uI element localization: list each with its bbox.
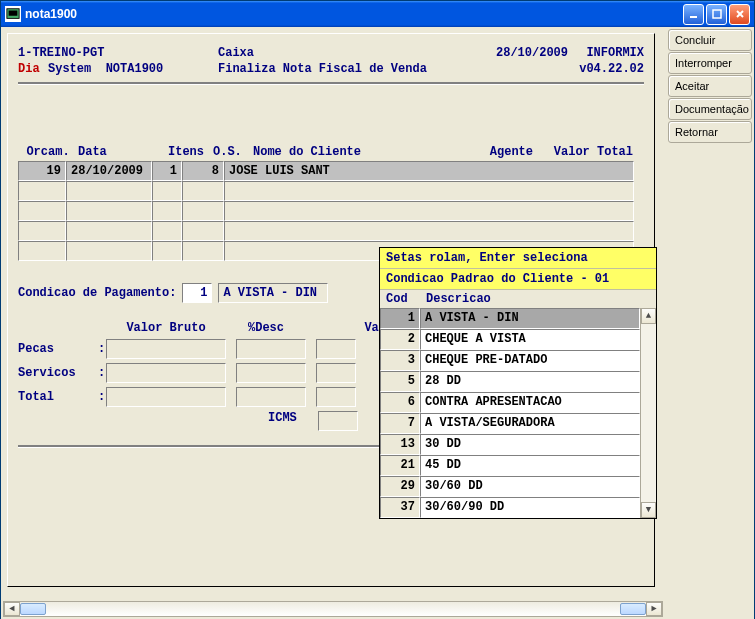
header-dia: Dia [18, 62, 48, 76]
table-row[interactable] [18, 201, 644, 221]
icms-field[interactable] [318, 411, 358, 431]
popup-option[interactable]: 2CHEQUE A VISTA [380, 329, 640, 350]
scroll-down-button[interactable]: ▼ [641, 502, 656, 518]
retornar-button[interactable]: Retornar [668, 121, 752, 143]
condicao-desc-field: A VISTA - DIN [218, 283, 328, 303]
orders-grid[interactable]: 19 28/10/2009 1 8 JOSE LUIS SANT [18, 161, 644, 261]
main-panel: 1-TREINO-PGT Caixa 28/10/2009 INFORMIX D… [1, 27, 665, 600]
titlebar[interactable]: nota1900 [1, 1, 754, 27]
pecas-desc-field[interactable] [236, 339, 306, 359]
svg-rect-1 [9, 11, 18, 16]
aceitar-button[interactable]: Aceitar [668, 75, 752, 97]
maximize-button[interactable] [706, 4, 727, 25]
total-bruto-field [106, 387, 226, 407]
popup-hint: Setas rolam, Enter seleciona [380, 248, 656, 269]
table-row[interactable] [18, 181, 644, 201]
header-db: INFORMIX [568, 46, 644, 60]
svg-rect-2 [690, 16, 697, 18]
condicao-lookup-popup: Setas rolam, Enter seleciona Condicao Pa… [379, 247, 657, 519]
popup-option[interactable]: 2930/60 DD [380, 476, 640, 497]
hscroll-track[interactable] [20, 602, 646, 616]
header-version: v04.22.02 [518, 62, 644, 76]
popup-option[interactable]: 528 DD [380, 371, 640, 392]
horizontal-scrollbar[interactable]: ◄ ► [3, 601, 663, 617]
condicao-label: Condicao de Pagamento: [18, 286, 176, 300]
scroll-up-button[interactable]: ▲ [641, 308, 656, 324]
scroll-left-button[interactable]: ◄ [4, 602, 20, 616]
minimize-button[interactable] [683, 4, 704, 25]
close-button[interactable] [729, 4, 750, 25]
scroll-track[interactable] [641, 324, 656, 502]
pecas-liq-field[interactable] [316, 339, 356, 359]
hscroll-thumb-left[interactable] [20, 603, 46, 615]
app-icon [5, 6, 21, 22]
scroll-right-button[interactable]: ► [646, 602, 662, 616]
header-module: Caixa [218, 46, 458, 60]
table-row[interactable] [18, 221, 644, 241]
window-title: nota1900 [25, 7, 683, 21]
popup-option-list[interactable]: 1A VISTA - DIN2CHEQUE A VISTA3CHEQUE PRE… [380, 308, 640, 518]
concluir-button[interactable]: Concluir [668, 29, 752, 51]
servicos-bruto-field[interactable] [106, 363, 226, 383]
pecas-bruto-field[interactable] [106, 339, 226, 359]
table-row[interactable]: 19 28/10/2009 1 8 JOSE LUIS SANT [18, 161, 644, 181]
header-org: 1-TREINO-PGT [18, 46, 218, 60]
popup-option[interactable]: 3730/60/90 DD [380, 497, 640, 518]
interromper-button[interactable]: Interromper [668, 52, 752, 74]
divider [18, 82, 644, 85]
total-desc-field [236, 387, 306, 407]
icms-label: ICMS [268, 411, 318, 431]
popup-option[interactable]: 1A VISTA - DIN [380, 308, 640, 329]
action-sidebar: Concluir Interromper Aceitar Documentaçã… [668, 29, 752, 143]
total-liq-field [316, 387, 356, 407]
app-window: nota1900 1-TREINO-PGT Caixa 28/10/2009 I… [0, 0, 755, 619]
hscroll-thumb-right[interactable] [620, 603, 646, 615]
servicos-liq-field[interactable] [316, 363, 356, 383]
servicos-desc-field[interactable] [236, 363, 306, 383]
popup-option[interactable]: 2145 DD [380, 455, 640, 476]
header-description: Finaliza Nota Fiscal de Venda [218, 62, 518, 76]
header-date: 28/10/2009 [458, 46, 568, 60]
popup-option[interactable]: 6CONTRA APRESENTACAO [380, 392, 640, 413]
popup-subtitle: Condicao Padrao do Cliente - 01 [380, 269, 656, 290]
grid-header: Orcam. Data Itens O.S. Nome do Cliente A… [18, 145, 644, 159]
popup-option[interactable]: 3CHEQUE PRE-DATADO [380, 350, 640, 371]
condicao-code-field[interactable]: 1 [182, 283, 212, 303]
popup-option[interactable]: 1330 DD [380, 434, 640, 455]
popup-scrollbar[interactable]: ▲ ▼ [640, 308, 656, 518]
documentacao-button[interactable]: Documentação [668, 98, 752, 120]
popup-option[interactable]: 7A VISTA/SEGURADORA [380, 413, 640, 434]
svg-rect-3 [713, 10, 721, 18]
